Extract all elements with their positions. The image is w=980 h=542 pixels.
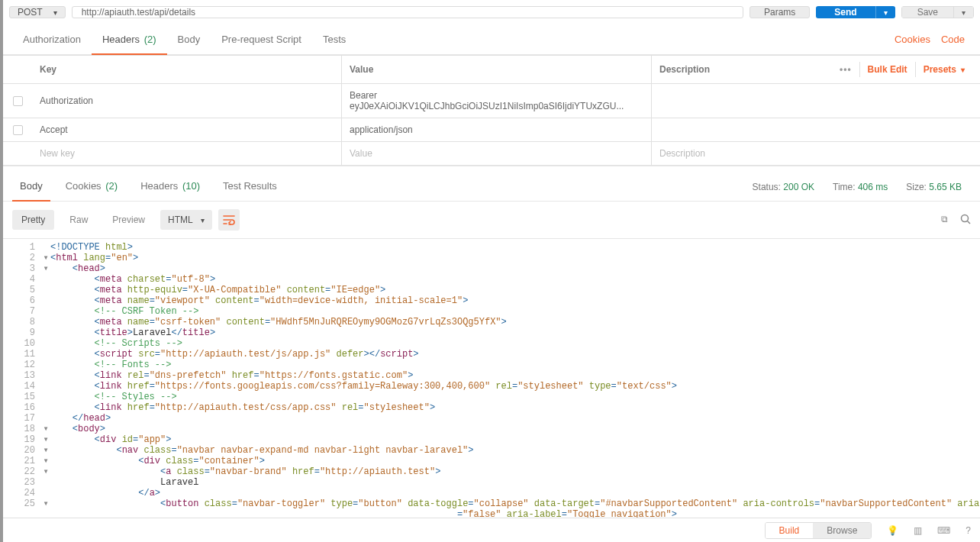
preview-button[interactable]: Preview — [103, 210, 154, 230]
code-line: 6 <meta name="viewport" content="width=d… — [3, 295, 980, 306]
search-icon[interactable] — [960, 214, 971, 227]
copy-icon[interactable]: ⧉ — [941, 214, 948, 227]
header-key[interactable]: Accept — [32, 118, 342, 141]
format-select[interactable]: HTML ▾ — [160, 210, 212, 230]
new-key-input[interactable]: New key — [32, 142, 342, 165]
code-line: 7 <!-- CSRF Token --> — [3, 306, 980, 317]
send-options-button[interactable]: ▾ — [875, 6, 895, 18]
params-button[interactable]: Params — [750, 6, 810, 18]
browse-mode-button[interactable]: Browse — [813, 523, 871, 538]
status-value: 200 OK — [783, 182, 814, 192]
help-icon[interactable]: ? — [965, 525, 971, 536]
header-value[interactable]: application/json — [342, 118, 652, 141]
code-link[interactable]: Code — [941, 34, 965, 45]
time-value: 406 ms — [858, 182, 888, 192]
code-line: 19▾ <div id="app"> — [3, 434, 980, 445]
panels-icon[interactable]: ▥ — [914, 525, 922, 536]
code-line: 1<!DOCTYPE html> — [3, 242, 980, 253]
code-line: 25▾ <button class="navbar-toggler" type=… — [3, 498, 980, 509]
new-header-row[interactable]: New key Value Description — [3, 142, 980, 166]
tab-headers-label: Headers — [102, 34, 140, 45]
url-input[interactable]: http://apiauth.test/api/details — [72, 6, 743, 18]
raw-button[interactable]: Raw — [60, 210, 97, 230]
code-line: 4 <meta charset="utf-8"> — [3, 274, 980, 285]
bulk-edit-link[interactable]: Bulk Edit — [860, 64, 915, 75]
code-line: 20▾ <nav class="navbar navbar-expand-md … — [3, 445, 980, 456]
header-row[interactable]: AuthorizationBearer eyJ0eXAiOiJKV1QiLCJh… — [3, 84, 980, 118]
mode-segmented: Build Browse — [765, 522, 872, 539]
row-checkbox[interactable] — [13, 125, 23, 135]
svg-point-0 — [962, 215, 969, 221]
grid-header: Key Value Description ••• Bulk Edit Pres… — [3, 56, 980, 84]
tab-tests[interactable]: Tests — [312, 24, 356, 54]
tab-authorization[interactable]: Authorization — [12, 24, 92, 54]
tab-headers-count: (2) — [144, 34, 156, 45]
code-line: 12 <!-- Fonts --> — [3, 360, 980, 370]
cookies-link[interactable]: Cookies — [895, 34, 930, 45]
save-options-button[interactable]: ▾ — [953, 7, 973, 18]
code-line: 15 <!-- Styles --> — [3, 392, 980, 402]
header-desc[interactable] — [652, 118, 980, 141]
presets-link[interactable]: Presets▾ — [916, 64, 972, 75]
code-line: 13 <link rel="dns-prefetch" href="https:… — [3, 370, 980, 381]
code-line: 5 <meta http-equiv="X-UA-Compatible" con… — [3, 285, 980, 295]
url-value: http://apiauth.test/api/details — [82, 7, 195, 18]
header-row[interactable]: Acceptapplication/json — [3, 118, 980, 142]
headers-grid: Key Value Description ••• Bulk Edit Pres… — [3, 55, 980, 166]
row-checkbox[interactable] — [13, 96, 23, 106]
code-line: 10 <!-- Scripts --> — [3, 338, 980, 349]
code-line: 22▾ <a class="navbar-brand" href="http:/… — [3, 466, 980, 477]
code-line: 14 <link href="https://fonts.googleapis.… — [3, 381, 980, 392]
tab-prerequest[interactable]: Pre-request Script — [211, 24, 312, 54]
send-button[interactable]: Send — [816, 6, 875, 18]
code-line: 3▾ <head> — [3, 263, 980, 274]
keyboard-icon[interactable]: ⌨ — [937, 525, 950, 536]
response-meta: Status: 200 OK Time: 406 ms Size: 5.65 K… — [753, 182, 971, 192]
header-value[interactable]: Bearer eyJ0eXAiOiJKV1QiLCJhbGciOiJSUzI1N… — [342, 84, 652, 118]
chevron-down-icon: ▾ — [201, 216, 205, 224]
col-value: Value — [342, 56, 652, 83]
code-line: 17 </head> — [3, 413, 980, 424]
viewer-controls: Pretty Raw Preview HTML ▾ ⧉ — [3, 202, 980, 239]
svg-line-1 — [968, 221, 971, 224]
save-button[interactable]: Save — [902, 7, 953, 18]
code-line: 16 <link href="http://apiauth.test/css/a… — [3, 402, 980, 413]
build-mode-button[interactable]: Build — [766, 523, 814, 538]
code-line: 24 </a> — [3, 488, 980, 498]
response-tabs: Body Cookies (2) Headers (10) Test Resul… — [3, 166, 980, 201]
chevron-down-icon: ▾ — [53, 8, 57, 17]
code-line: 11 <script src="http://apiauth.test/js/a… — [3, 349, 980, 360]
new-desc-input[interactable]: Description — [652, 142, 980, 165]
request-tabs: Authorization Headers (2) Body Pre-reque… — [3, 24, 980, 55]
pretty-button[interactable]: Pretty — [12, 210, 54, 230]
code-line: 8 <meta name="csrf-token" content="HWdhf… — [3, 317, 980, 327]
code-line: 9 <title>Laravel</title> — [3, 327, 980, 338]
resp-tab-headers[interactable]: Headers (10) — [133, 173, 208, 201]
code-line: 2▾<html lang="en"> — [3, 253, 980, 263]
method-label: POST — [18, 7, 43, 18]
tab-body[interactable]: Body — [167, 24, 211, 54]
code-line: 21▾ <div class="container"> — [3, 456, 980, 466]
size-value: 5.65 KB — [929, 182, 962, 192]
resp-tab-body[interactable]: Body — [12, 173, 50, 201]
tab-headers[interactable]: Headers (2) — [92, 24, 167, 54]
lightbulb-icon[interactable]: 💡 — [887, 525, 898, 536]
footer: Build Browse 💡 ▥ ⌨ ? — [3, 518, 980, 542]
resp-tab-cookies[interactable]: Cookies (2) — [58, 173, 125, 201]
chevron-down-icon: ▾ — [884, 8, 888, 17]
chevron-down-icon: ▾ — [962, 8, 965, 17]
new-value-input[interactable]: Value — [342, 142, 652, 165]
col-key: Key — [32, 56, 342, 83]
method-select[interactable]: POST ▾ — [9, 6, 66, 18]
wrap-button[interactable] — [218, 209, 240, 231]
header-key[interactable]: Authorization — [32, 84, 342, 118]
col-desc: Description ••• Bulk Edit Presets▾ — [652, 56, 980, 83]
code-line: 23 Laravel — [3, 477, 980, 488]
request-bar: POST ▾ http://apiauth.test/api/details P… — [3, 0, 980, 24]
more-icon[interactable]: ••• — [832, 64, 859, 75]
chevron-down-icon: ▾ — [961, 66, 965, 74]
response-body[interactable]: 1<!DOCTYPE html>2▾<html lang="en">3▾ <he… — [3, 239, 980, 518]
resp-tab-tests[interactable]: Test Results — [215, 173, 285, 201]
header-desc[interactable] — [652, 84, 980, 118]
code-line: 18▾ <body> — [3, 424, 980, 434]
